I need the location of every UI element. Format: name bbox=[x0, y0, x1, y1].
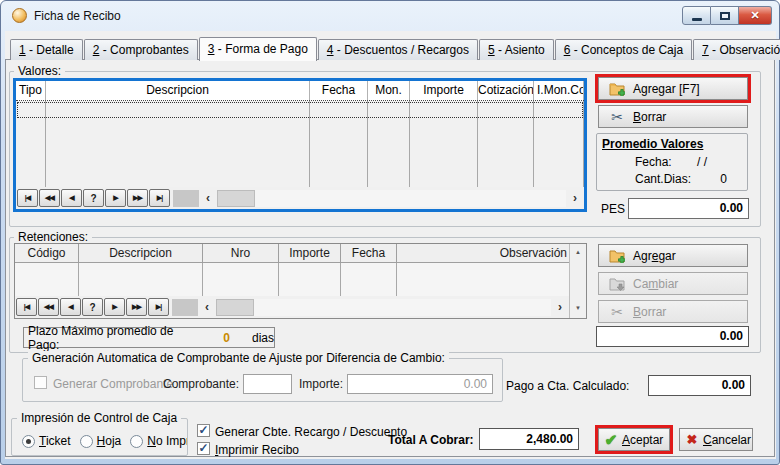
tab-2[interactable]: 2 - Comprobantes bbox=[84, 39, 198, 60]
retenciones-scrollbar-disabled-block bbox=[172, 299, 198, 316]
column-header-c-digo[interactable]: Código bbox=[15, 244, 79, 262]
radio-no-imprimir[interactable]: No Imprimir bbox=[130, 434, 188, 448]
valores-nav-last-button[interactable]: ▶| bbox=[149, 189, 170, 207]
tab-strip: 1 - Detalle2 - Comprobantes3 - Forma de … bbox=[10, 39, 780, 60]
column-header-observaci-n[interactable]: Observación bbox=[397, 244, 571, 262]
cancelar-button[interactable]: ✖ Cancelar bbox=[679, 428, 753, 451]
promedio-cantdias-label: Cant.Dias: bbox=[635, 172, 691, 186]
window-title: Ficha de Recibo bbox=[34, 9, 121, 23]
total-a-cobrar-field[interactable]: 2,480.00 bbox=[479, 428, 579, 450]
column-header-tipo[interactable]: Tipo bbox=[16, 81, 46, 100]
agregar-f7-annotation bbox=[595, 74, 751, 103]
scissors-icon: ✂ bbox=[608, 110, 626, 124]
retenciones-table[interactable]: CódigoDescripcionNroImporteFechaObservac… bbox=[14, 243, 587, 319]
valores-scrollbar-disabled-block bbox=[173, 190, 199, 207]
total-a-cobrar-label: Total A Cobrar: bbox=[388, 433, 474, 447]
valores-nav-first-button[interactable]: |◀ bbox=[17, 189, 38, 207]
retenciones-table-body[interactable] bbox=[15, 263, 571, 298]
valores-borrar-button[interactable]: ✂ Borrar bbox=[598, 105, 748, 128]
retenciones-nav-prior-page-button[interactable]: ◀◀ bbox=[38, 298, 59, 316]
checkbox-imprimir-recibo[interactable]: ✓ bbox=[197, 442, 210, 455]
valores-focused-row[interactable] bbox=[17, 102, 583, 118]
column-body bbox=[79, 263, 203, 298]
retenciones-nav-prior-button[interactable]: ◀ bbox=[60, 298, 81, 316]
valores-scroll-right-icon[interactable]: › bbox=[566, 190, 584, 207]
retenciones-agregar-button[interactable]: Agregar bbox=[598, 244, 748, 267]
promedio-valores-title: Promedio Valores bbox=[602, 137, 703, 151]
column-header-nro[interactable]: Nro bbox=[203, 244, 279, 262]
tab-3[interactable]: 3 - Forma de Pago bbox=[199, 37, 317, 61]
title-bar[interactable]: Ficha de Recibo ✕ bbox=[1, 1, 779, 31]
column-body bbox=[279, 263, 341, 298]
retenciones-nav-first-button[interactable]: |◀ bbox=[16, 298, 37, 316]
radio-label: No Imprimir bbox=[147, 434, 188, 448]
tab-4[interactable]: 4 - Descuentos / Recargos bbox=[318, 39, 478, 60]
retenciones-cambiar-button[interactable]: Cambiar bbox=[598, 272, 748, 295]
valores-nav-next-page-button[interactable]: ▶▶ bbox=[127, 189, 148, 207]
retenciones-scroll-right-icon[interactable]: › bbox=[551, 299, 569, 316]
column-body bbox=[397, 263, 571, 298]
minimize-icon bbox=[692, 18, 702, 21]
plazo-maximo-label: Plazo Máximo promedio de Pago: bbox=[28, 324, 207, 352]
valores-navigator: |◀◀◀◀?▶▶▶▶|‹› bbox=[16, 187, 584, 209]
retenciones-borrar-label: Borrar bbox=[633, 305, 666, 319]
valores-scrollbar-track[interactable] bbox=[255, 190, 566, 207]
radio-label: Hoja bbox=[97, 434, 122, 448]
promedio-fecha-value: / / bbox=[697, 155, 707, 169]
valores-nav-prior-page-button[interactable]: ◀◀ bbox=[39, 189, 60, 207]
scroll-up-icon[interactable]: ▲ bbox=[570, 244, 586, 260]
valores-table[interactable]: TipoDescripcionFechaMon.ImporteCotizació… bbox=[13, 78, 587, 212]
retenciones-nav-locate-button[interactable]: ? bbox=[82, 298, 103, 316]
column-header-importe[interactable]: Importe bbox=[279, 244, 341, 262]
radio-icon bbox=[80, 435, 93, 448]
valores-nav-locate-button[interactable]: ? bbox=[83, 189, 104, 207]
x-icon: ✖ bbox=[685, 433, 699, 446]
radio-hoja[interactable]: Hoja bbox=[80, 434, 122, 448]
radio-ticket[interactable]: Ticket bbox=[22, 434, 71, 448]
retenciones-scrollbar-thumb[interactable] bbox=[216, 299, 254, 316]
dialog-window: Ficha de Recibo ✕ 1 - Detalle2 - Comprob… bbox=[0, 0, 780, 465]
pes-amount-field[interactable]: 0.00 bbox=[628, 198, 749, 219]
column-header-importe[interactable]: Importe bbox=[410, 81, 478, 100]
retenciones-nav-next-page-button[interactable]: ▶▶ bbox=[126, 298, 147, 316]
checkbox-label: Imprimir Recibo bbox=[215, 443, 299, 457]
retenciones-vertical-scrollbar[interactable]: ▲ ▼ bbox=[569, 244, 586, 318]
valores-scroll-left-icon[interactable]: ‹ bbox=[199, 190, 217, 207]
tab-1[interactable]: 1 - Detalle bbox=[10, 39, 83, 60]
retenciones-scrollbar-track[interactable] bbox=[254, 299, 551, 316]
column-header-i-mon-corr[interactable]: I.Mon.Corr bbox=[534, 81, 584, 100]
comprobante-field[interactable] bbox=[243, 374, 292, 394]
add-folder-icon bbox=[608, 249, 626, 263]
column-body bbox=[341, 263, 397, 298]
cancelar-label: Cancelar bbox=[703, 433, 751, 447]
pago-cta-field[interactable]: 0.00 bbox=[648, 375, 751, 396]
radio-icon bbox=[22, 435, 35, 448]
retenciones-cambiar-label: Cambiar bbox=[633, 277, 678, 291]
importe-field[interactable]: 0.00 bbox=[347, 374, 493, 394]
maximize-button[interactable] bbox=[711, 6, 739, 25]
checkbox-generar-cbte-recargo-descuento[interactable]: ✓ bbox=[197, 424, 210, 437]
tab-7[interactable]: 7 - Observación bbox=[693, 39, 780, 60]
retenciones-scroll-left-icon[interactable]: ‹ bbox=[198, 299, 216, 316]
column-header-mon-[interactable]: Mon. bbox=[368, 81, 410, 100]
valores-nav-prior-button[interactable]: ◀ bbox=[61, 189, 82, 207]
column-header-descripcion[interactable]: Descripcion bbox=[46, 81, 310, 100]
retenciones-nav-next-button[interactable]: ▶ bbox=[104, 298, 125, 316]
retenciones-nav-last-button[interactable]: ▶| bbox=[148, 298, 169, 316]
column-header-descripcion[interactable]: Descripcion bbox=[79, 244, 203, 262]
scroll-down-icon[interactable]: ▼ bbox=[570, 300, 586, 316]
valores-scrollbar-thumb[interactable] bbox=[217, 190, 255, 207]
check-icon: ✓ bbox=[198, 441, 208, 455]
close-button[interactable]: ✕ bbox=[739, 6, 772, 25]
tab-5[interactable]: 5 - Asiento bbox=[479, 39, 554, 60]
valores-nav-next-button[interactable]: ▶ bbox=[105, 189, 126, 207]
retenciones-total-field[interactable]: 0.00 bbox=[596, 326, 749, 347]
column-header-cotizaci-n[interactable]: Cotización bbox=[478, 81, 534, 100]
generar-comprobante-checkbox[interactable] bbox=[34, 376, 47, 389]
column-header-fecha[interactable]: Fecha bbox=[341, 244, 397, 262]
importe-label: Importe: bbox=[299, 377, 343, 391]
column-header-fecha[interactable]: Fecha bbox=[310, 81, 368, 100]
minimize-button[interactable] bbox=[682, 6, 711, 25]
tab-6[interactable]: 6 - Conceptos de Caja bbox=[555, 39, 692, 60]
retenciones-borrar-button[interactable]: ✂ Borrar bbox=[598, 300, 748, 323]
